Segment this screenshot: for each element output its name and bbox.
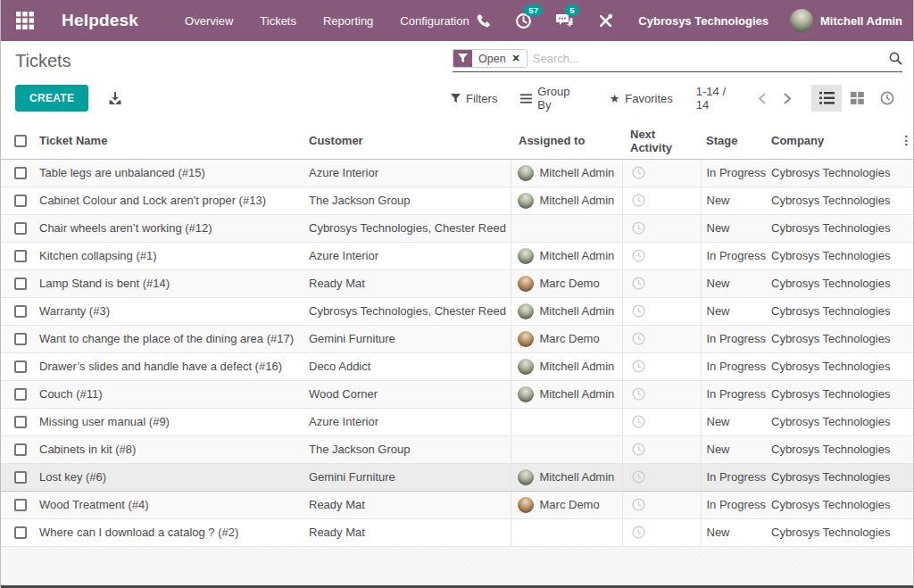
company-cell: Cybrosys Technologies	[769, 214, 898, 242]
activities-clock-icon[interactable]: 57	[513, 11, 533, 30]
activity-clock-icon[interactable]	[632, 249, 645, 262]
activity-clock-icon[interactable]	[632, 443, 645, 456]
ticket-row[interactable]: Want to change the place of the dining a…	[1, 325, 914, 352]
row-checkbox[interactable]	[14, 250, 27, 262]
ticket-row[interactable]: Kitchen collapsing (#1) Azure Interior M…	[1, 242, 914, 269]
nav-item-tickets[interactable]: Tickets	[260, 14, 296, 28]
activity-clock-icon[interactable]	[632, 194, 645, 207]
nav-item-overview[interactable]: Overview	[185, 14, 233, 28]
assignee-avatar	[518, 248, 534, 264]
customer-cell: Azure Interior	[306, 408, 511, 435]
row-checkbox[interactable]	[14, 526, 27, 539]
ticket-name-cell: Kitchen collapsing (#1)	[37, 242, 306, 269]
row-checkbox[interactable]	[14, 416, 27, 428]
apps-menu-icon[interactable]	[13, 9, 37, 32]
activity-clock-icon[interactable]	[632, 387, 645, 401]
row-checkbox[interactable]	[14, 222, 27, 235]
activity-clock-icon[interactable]	[632, 415, 645, 428]
stage-cell: New	[701, 408, 769, 435]
ticket-row[interactable]: Lost key (#6) Gemini Furniture Mitchell …	[1, 463, 914, 491]
ticket-row[interactable]: Lamp Stand is bent (#14) Ready Mat Marc …	[1, 269, 914, 297]
ticket-row[interactable]: Where can I download a catalog ? (#2) Re…	[1, 518, 914, 546]
activity-clock-icon[interactable]	[632, 498, 645, 511]
column-header-ticket-name[interactable]: Ticket Name	[37, 123, 306, 159]
assignee-avatar	[518, 497, 534, 513]
activity-view-button[interactable]	[872, 85, 902, 112]
row-checkbox[interactable]	[14, 443, 27, 456]
activities-badge: 57	[524, 4, 543, 16]
activity-clock-icon[interactable]	[632, 304, 645, 318]
row-checkbox[interactable]	[14, 333, 27, 345]
pager-next-icon[interactable]	[775, 89, 801, 108]
ticket-name-cell: Wood Treatment (#4)	[37, 491, 306, 518]
column-header-next-activity[interactable]: Next Activity	[622, 123, 701, 159]
select-all-checkbox[interactable]	[14, 135, 27, 147]
facet-label: Open	[478, 53, 506, 65]
user-menu[interactable]: Mitchell Admin	[790, 9, 902, 32]
column-header-stage[interactable]: Stage	[701, 123, 769, 159]
assigned-to-cell: Mitchell Admin	[511, 352, 622, 380]
ticket-name-cell: Cabinets in kit (#8)	[37, 435, 306, 463]
ticket-row[interactable]: Couch (#11) Wood Corner Mitchell Admin I…	[1, 380, 914, 408]
column-header-customer[interactable]: Customer	[306, 123, 511, 159]
ticket-row[interactable]: Chair wheels aren’t working (#12) Cybros…	[1, 214, 914, 242]
row-checkbox[interactable]	[14, 388, 27, 401]
row-checkbox[interactable]	[14, 305, 27, 318]
activity-clock-icon[interactable]	[632, 221, 645, 235]
ticket-row[interactable]: Warranty (#3) Cybrosys Technologies, Che…	[1, 297, 914, 325]
customer-cell: Cybrosys Technologies, Chester Reed	[306, 297, 511, 325]
content-footer-area	[1, 547, 913, 586]
activity-clock-icon[interactable]	[632, 470, 645, 484]
next-activity-cell	[622, 214, 701, 242]
stage-cell: New	[701, 269, 769, 297]
phone-icon[interactable]	[472, 11, 492, 30]
company-switcher[interactable]: Cybrosys Technologies	[638, 14, 769, 28]
ticket-row[interactable]: Cabinet Colour and Lock aren't proper (#…	[1, 186, 914, 214]
list-view-button[interactable]	[811, 85, 842, 112]
next-activity-cell	[622, 380, 701, 408]
activity-view-icon	[880, 91, 894, 105]
ticket-row[interactable]: Cabinets in kit (#8) The Jackson Group N…	[1, 435, 914, 463]
row-checkbox[interactable]	[14, 167, 27, 179]
activity-clock-icon[interactable]	[632, 332, 645, 345]
pager-range: 1-14 / 14	[696, 85, 740, 112]
activity-clock-icon[interactable]	[632, 526, 645, 539]
assignee-name: Mitchell Admin	[540, 387, 615, 401]
company-cell: Cybrosys Technologies	[769, 242, 898, 269]
ticket-row[interactable]: Wood Treatment (#4) Ready Mat Marc Demo …	[1, 491, 914, 518]
favorites-button[interactable]: ★ Favorites	[610, 92, 673, 105]
groupby-button[interactable]: Group By	[520, 85, 586, 112]
row-checkbox[interactable]	[14, 499, 27, 511]
assignee-name: Mitchell Admin	[540, 194, 615, 207]
export-download-icon[interactable]	[108, 91, 122, 105]
nav-item-reporting[interactable]: Reporting	[323, 14, 373, 28]
tools-icon[interactable]	[595, 11, 615, 30]
ticket-row[interactable]: Table legs are unbalanced (#15) Azure In…	[1, 159, 914, 186]
ticket-row[interactable]: Drawer’s slides and handle have a defect…	[1, 352, 914, 380]
row-checkbox[interactable]	[14, 360, 27, 373]
filters-button[interactable]: Filters	[451, 92, 497, 105]
kanban-view-button[interactable]	[842, 85, 872, 112]
search-icon[interactable]	[889, 52, 902, 65]
column-header-assigned-to[interactable]: Assigned to	[511, 123, 622, 159]
assigned-to-cell	[511, 435, 622, 463]
row-checkbox[interactable]	[14, 277, 27, 290]
company-cell: Cybrosys Technologies	[769, 380, 898, 408]
activity-clock-icon[interactable]	[632, 277, 645, 290]
ticket-name-cell: Want to change the place of the dining a…	[37, 325, 306, 352]
facet-close-icon[interactable]: ✕	[512, 53, 520, 64]
optional-columns-icon[interactable]: ⋮	[901, 133, 913, 147]
column-header-company[interactable]: Company	[769, 123, 898, 159]
nav-item-configuration[interactable]: Configuration	[400, 14, 469, 28]
activity-clock-icon[interactable]	[632, 360, 645, 373]
customer-cell: Wood Corner	[306, 380, 511, 408]
app-title[interactable]: Helpdesk	[62, 11, 138, 30]
activity-clock-icon[interactable]	[632, 166, 645, 179]
search-input[interactable]	[533, 52, 884, 65]
pager-prev-icon[interactable]	[749, 89, 775, 108]
messages-icon[interactable]: 5	[554, 11, 574, 30]
create-button[interactable]: CREATE	[15, 85, 88, 112]
row-checkbox[interactable]	[14, 195, 27, 207]
row-checkbox[interactable]	[14, 471, 27, 484]
ticket-row[interactable]: Missing user manual (#9) Azure Interior …	[1, 408, 914, 435]
